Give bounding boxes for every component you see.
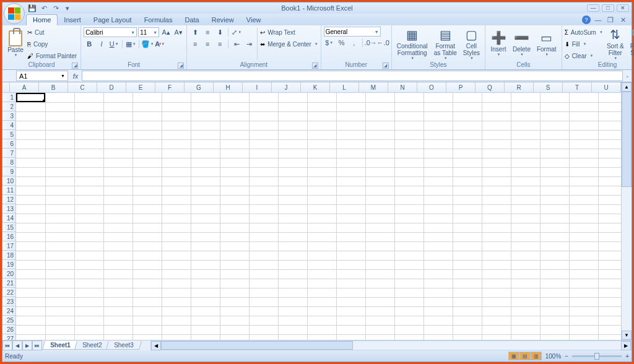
orientation-button[interactable]: ⤢▼ xyxy=(231,27,242,38)
row-header[interactable]: 9 xyxy=(2,167,15,176)
font-dialog-launcher[interactable]: ◢ xyxy=(178,63,184,69)
format-painter-button[interactable]: 🖌Format Painter xyxy=(27,50,78,61)
row-header[interactable]: 12 xyxy=(2,195,15,204)
decrease-decimal-button[interactable]: ←.0 xyxy=(378,37,389,48)
column-header[interactable]: O xyxy=(417,82,446,92)
fill-button[interactable]: ⬇Fill▼ xyxy=(565,38,603,50)
select-all-button[interactable] xyxy=(2,82,10,92)
column-header[interactable]: R xyxy=(505,82,534,92)
font-size-combo[interactable]: 11▼ xyxy=(138,27,159,37)
row-header[interactable]: 4 xyxy=(2,121,15,130)
normal-view-button[interactable]: ▦ xyxy=(508,352,519,360)
undo-button[interactable]: ↶ xyxy=(39,3,49,13)
cells-grid[interactable] xyxy=(16,93,621,340)
shrink-font-button[interactable]: A▾ xyxy=(173,27,184,38)
insert-cells-button[interactable]: ➕Insert▼ xyxy=(488,27,509,61)
row-header[interactable]: 8 xyxy=(2,158,15,167)
align-top-button[interactable]: ⬆ xyxy=(189,27,201,38)
conditional-formatting-button[interactable]: ▦Conditional Formatting▼ xyxy=(394,27,430,61)
tab-data[interactable]: Data xyxy=(178,15,205,25)
qat-customize-button[interactable]: ▾ xyxy=(63,3,72,13)
row-header[interactable]: 20 xyxy=(2,269,15,279)
bold-button[interactable]: B xyxy=(84,38,95,50)
scroll-right-button[interactable]: ▶ xyxy=(621,341,631,350)
row-header[interactable]: 5 xyxy=(2,130,15,139)
column-header[interactable]: A xyxy=(10,82,39,92)
number-dialog-launcher[interactable]: ◢ xyxy=(383,63,389,69)
wrap-text-button[interactable]: ↩Wrap Text xyxy=(260,27,318,38)
row-header[interactable]: 25 xyxy=(2,316,15,325)
row-header[interactable]: 10 xyxy=(2,176,15,186)
sheet-tab[interactable]: Sheet3 xyxy=(106,341,141,350)
column-header[interactable]: T xyxy=(563,82,592,92)
column-header[interactable]: J xyxy=(272,82,301,92)
row-header[interactable]: 26 xyxy=(2,325,15,334)
column-header[interactable]: C xyxy=(68,82,97,92)
row-header[interactable]: 6 xyxy=(2,139,15,149)
scroll-up-button[interactable]: ▲ xyxy=(622,82,632,92)
percent-format-button[interactable]: % xyxy=(336,37,347,48)
page-layout-view-button[interactable]: ▤ xyxy=(519,352,531,360)
align-center-button[interactable]: ≡ xyxy=(202,38,213,50)
next-sheet-button[interactable]: ▶ xyxy=(22,340,32,350)
column-header[interactable]: H xyxy=(214,82,243,92)
row-header[interactable]: 15 xyxy=(2,223,15,232)
row-header[interactable]: 18 xyxy=(2,251,15,260)
doc-restore-button[interactable]: ❐ xyxy=(606,15,615,25)
row-header[interactable]: 27 xyxy=(2,334,15,340)
increase-decimal-button[interactable]: .0→ xyxy=(365,37,376,48)
last-sheet-button[interactable]: ⏭ xyxy=(32,340,42,350)
column-header[interactable]: N xyxy=(388,82,417,92)
copy-button[interactable]: ⎘Copy xyxy=(27,38,78,50)
column-header[interactable]: D xyxy=(97,82,126,92)
hscroll-thumb[interactable] xyxy=(161,341,353,350)
font-name-combo[interactable]: Calibri▼ xyxy=(84,27,137,37)
borders-button[interactable]: ▦▼ xyxy=(125,38,136,50)
zoom-out-button[interactable]: − xyxy=(565,353,568,360)
sort-filter-button[interactable]: ⇅Sort & Filter▼ xyxy=(604,27,627,61)
row-header[interactable]: 17 xyxy=(2,241,15,251)
column-header[interactable]: Q xyxy=(476,82,505,92)
merge-center-button[interactable]: ⬌Merge & Center▼ xyxy=(260,38,318,50)
sheet-tab[interactable]: Sheet1 xyxy=(42,341,79,350)
column-header[interactable]: U xyxy=(592,82,621,92)
row-header[interactable]: 14 xyxy=(2,214,15,223)
row-header[interactable]: 13 xyxy=(2,204,15,214)
doc-minimize-button[interactable]: — xyxy=(593,15,603,25)
increase-indent-button[interactable]: ⇥ xyxy=(243,38,254,50)
row-header[interactable]: 21 xyxy=(2,279,15,288)
prev-sheet-button[interactable]: ◀ xyxy=(12,340,22,350)
redo-button[interactable]: ↷ xyxy=(51,3,61,13)
scroll-down-button[interactable]: ▼ xyxy=(622,331,632,340)
column-header[interactable]: E xyxy=(126,82,155,92)
expand-formula-bar-button[interactable]: ⌄ xyxy=(623,73,632,79)
first-sheet-button[interactable]: ⏮ xyxy=(2,340,12,350)
row-header[interactable]: 7 xyxy=(2,149,15,158)
clear-button[interactable]: ◇Clear▼ xyxy=(565,50,603,61)
align-left-button[interactable]: ≡ xyxy=(189,38,201,50)
paste-button[interactable]: Paste ▼ xyxy=(5,27,26,61)
row-header[interactable]: 19 xyxy=(2,260,15,269)
comma-format-button[interactable]: , xyxy=(349,37,360,48)
fill-color-button[interactable]: 🪣▼ xyxy=(142,38,153,50)
tab-page-layout[interactable]: Page Layout xyxy=(87,15,138,25)
cell-styles-button[interactable]: ▢Cell Styles▼ xyxy=(461,27,482,61)
maximize-button[interactable]: □ xyxy=(602,4,614,12)
column-header[interactable]: G xyxy=(185,82,214,92)
scroll-left-button[interactable]: ◀ xyxy=(151,341,161,350)
align-middle-button[interactable]: ≡ xyxy=(202,27,213,38)
column-header[interactable]: F xyxy=(155,82,185,92)
row-header[interactable]: 1 xyxy=(2,93,15,102)
number-format-combo[interactable]: General▼ xyxy=(324,27,381,37)
minimize-button[interactable]: — xyxy=(587,4,599,12)
zoom-slider-thumb[interactable] xyxy=(594,353,599,360)
tab-review[interactable]: Review xyxy=(206,15,240,25)
find-select-button[interactable]: 🔍Find & Select▼ xyxy=(628,27,634,61)
autosum-button[interactable]: ΣAutoSum▼ xyxy=(565,27,603,38)
row-header[interactable]: 22 xyxy=(2,288,15,297)
tab-insert[interactable]: Insert xyxy=(58,15,87,25)
column-header[interactable]: B xyxy=(39,82,68,92)
font-color-button[interactable]: A▼ xyxy=(154,38,165,50)
close-button[interactable]: ✕ xyxy=(617,4,629,12)
tab-formulas[interactable]: Formulas xyxy=(138,15,179,25)
